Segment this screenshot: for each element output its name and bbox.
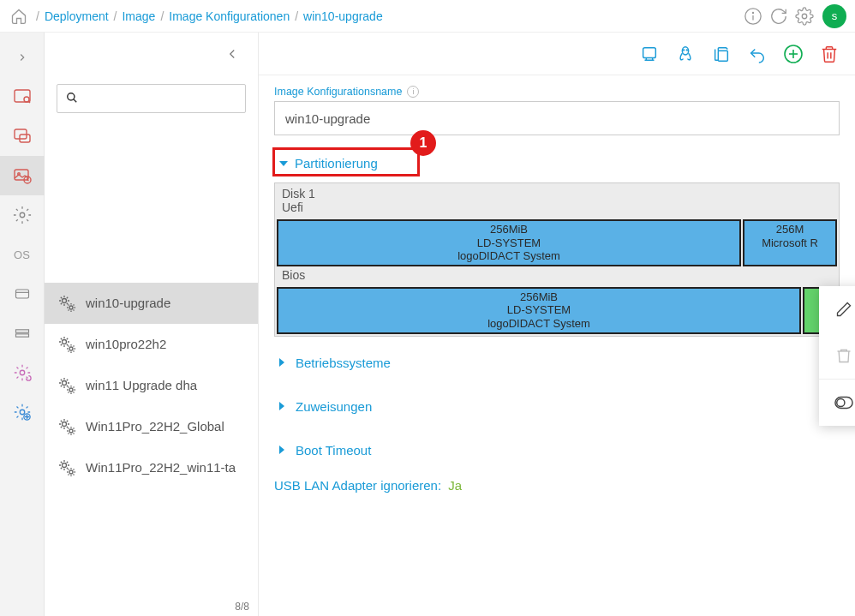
section-partitioning[interactable]: Partitionierung	[274, 153, 388, 174]
rail-item-1[interactable]	[0, 77, 45, 117]
info-small-icon[interactable]: i	[407, 86, 419, 98]
svg-rect-14	[15, 330, 28, 332]
partition-cell[interactable]: 256MiB LD-SYSTEM logoDIDACT System	[277, 287, 801, 334]
tool-copy-icon[interactable]	[704, 39, 738, 69]
section-partitioning-label: Partitionierung	[295, 156, 378, 170]
svg-point-16	[20, 370, 25, 375]
rail-item-7[interactable]	[0, 353, 45, 392]
rail-item-images[interactable]	[0, 156, 45, 195]
tool-network-icon[interactable]	[632, 39, 667, 69]
svg-point-19	[68, 93, 75, 100]
crumb-deployment[interactable]: Deployment	[45, 9, 109, 23]
breadcrumb: / Deployment / Image / Image Konfigurati…	[36, 9, 383, 23]
context-menu: Bearbeiten Löschen Datenträgerverwaltung…	[819, 286, 855, 426]
config-item[interactable]: Win11Pro_22H2_win11-ta	[45, 447, 258, 488]
partition-cell[interactable]: 256MiB LD-SYSTEM logoDIDACT System	[277, 219, 741, 266]
list-counter: 8/8	[235, 601, 249, 613]
name-label-text: Image Konfigurationsname	[274, 86, 402, 98]
usb-ignore-label: USB LAN Adapter ignorieren:	[274, 478, 441, 493]
tool-linux-icon[interactable]	[668, 39, 703, 69]
svg-rect-4	[15, 90, 30, 102]
config-item[interactable]: win10-upgrade	[45, 283, 258, 324]
svg-point-30	[69, 470, 73, 474]
bios-row: 256MiB LD-SYSTEM logoDIDACT System	[275, 285, 839, 336]
usb-ignore-row: USB LAN Adapter ignorieren: Ja	[274, 478, 840, 493]
disk-label: Disk 1	[275, 183, 839, 200]
breadcrumb-sep: /	[295, 9, 298, 23]
ctx-edit[interactable]: Bearbeiten	[819, 286, 855, 332]
section-os[interactable]: Betriebssysteme	[274, 352, 840, 374]
tool-undo-icon[interactable]	[740, 39, 774, 69]
svg-point-33	[684, 49, 685, 50]
info-icon[interactable]	[740, 3, 766, 29]
side-rail: OS	[0, 33, 45, 616]
svg-point-29	[63, 463, 67, 468]
svg-point-28	[69, 429, 73, 433]
svg-point-26	[69, 388, 73, 392]
section-assignments[interactable]: Zuweisungen	[274, 396, 840, 417]
caret-right-icon	[279, 358, 289, 367]
top-bar: / Deployment / Image / Image Konfigurati…	[0, 0, 855, 33]
part-desc: logoDIDACT System	[278, 317, 799, 331]
part-size: 256M	[744, 223, 835, 236]
crumb-image[interactable]: Image	[122, 9, 155, 23]
tool-delete-icon[interactable]	[812, 39, 846, 69]
crumb-image-konfig[interactable]: Image Konfigurationen	[169, 9, 290, 23]
part-size: 256MiB	[278, 223, 739, 236]
breadcrumb-sep: /	[36, 9, 39, 23]
svg-rect-8	[15, 170, 28, 180]
gear-icon	[57, 375, 77, 396]
detail-panel: Image Konfigurationsname i Partitionieru…	[259, 33, 855, 616]
gear-icon	[57, 334, 77, 355]
part-desc: logoDIDACT System	[278, 249, 739, 263]
partition-table[interactable]: Disk 1 Uefi 256MiB LD-SYSTEM logoDIDACT …	[274, 182, 840, 337]
search-box[interactable]	[57, 84, 246, 113]
svg-point-11	[20, 212, 25, 218]
usb-ignore-value: Ja	[448, 478, 462, 493]
config-item[interactable]: Win11Pro_22H2_Global	[45, 406, 258, 447]
refresh-icon[interactable]	[766, 3, 792, 29]
caret-right-icon	[279, 446, 289, 454]
section-os-label: Betriebssysteme	[296, 356, 391, 370]
uefi-row: 256MiB LD-SYSTEM logoDIDACT System 256M …	[275, 218, 839, 268]
trash-icon	[834, 346, 853, 365]
svg-point-21	[63, 299, 67, 303]
svg-point-34	[686, 49, 687, 50]
search-icon	[66, 92, 79, 105]
svg-point-25	[63, 381, 67, 386]
rail-item-6[interactable]	[0, 314, 45, 353]
ctx-delete: Löschen	[819, 332, 855, 379]
rail-item-8[interactable]	[0, 392, 45, 432]
config-item-label: win10pro22h2	[86, 337, 166, 352]
rail-expand-icon[interactable]	[0, 38, 45, 77]
crumb-current[interactable]: win10-upgrade	[303, 9, 383, 23]
gear-icon[interactable]	[792, 3, 817, 29]
ctx-activate-disk-mgmt[interactable]: Datenträgerverwaltung aktivieren	[819, 380, 855, 426]
home-icon[interactable]	[9, 6, 29, 27]
search-input[interactable]	[81, 92, 236, 105]
part-name: LD-SYSTEM	[278, 236, 739, 250]
section-boot-timeout[interactable]: Boot Timeout	[274, 440, 840, 461]
caret-right-icon	[279, 402, 289, 410]
avatar[interactable]: s	[822, 4, 846, 28]
partition-cell[interactable]: 256M Microsoft R	[743, 219, 837, 266]
svg-rect-12	[15, 290, 28, 298]
svg-point-27	[63, 422, 67, 427]
part-size: 256MiB	[278, 290, 799, 304]
part-name: LD-SYSTEM	[278, 303, 799, 317]
gear-icon	[57, 293, 77, 314]
rail-item-settings[interactable]	[0, 195, 45, 235]
rail-item-5[interactable]	[0, 274, 45, 314]
config-item[interactable]: win10pro22h2	[45, 324, 258, 365]
breadcrumb-sep: /	[160, 9, 164, 23]
back-button[interactable]	[45, 33, 258, 75]
config-name-input[interactable]	[274, 101, 840, 135]
config-item-label: win10-upgrade	[86, 296, 170, 311]
search-row	[45, 75, 258, 120]
config-item[interactable]: win11 Upgrade dha	[45, 365, 258, 406]
svg-point-3	[802, 14, 807, 19]
rail-item-2[interactable]	[0, 117, 45, 156]
svg-point-42	[837, 398, 845, 406]
tool-add-icon[interactable]	[776, 39, 810, 69]
rail-item-os[interactable]: OS	[0, 235, 45, 274]
